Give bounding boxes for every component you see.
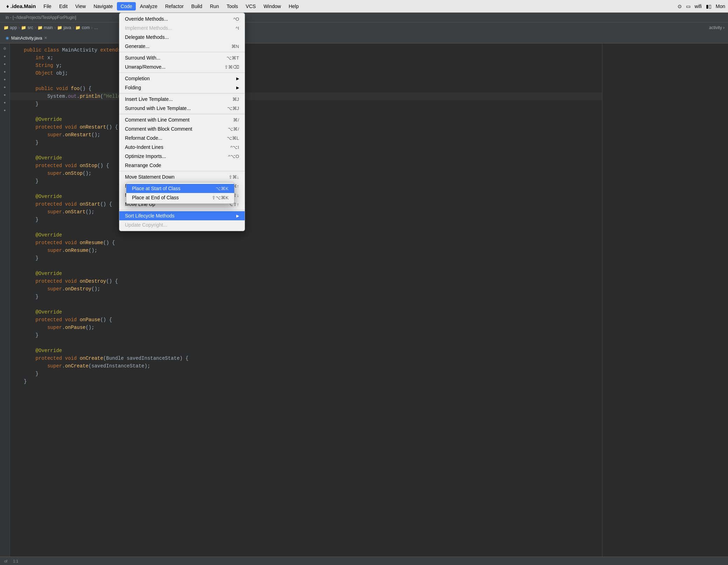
submenu-arrow-folding: ▶: [236, 85, 239, 90]
menu-item-rearrange-code[interactable]: Rearrange Code: [119, 161, 245, 170]
menu-item-surround-live-template[interactable]: Surround with Live Template... ⌥⌘J: [119, 104, 245, 113]
tab-mainactivity[interactable]: ◉ MainActivity.java ✕: [1, 34, 51, 43]
menu-item-move-statement-down[interactable]: Move Statement Down ⇧⌘↓: [119, 172, 245, 181]
status-icon-1: ⊙: [678, 4, 682, 9]
code-content: public class MainActivity extends Act in…: [10, 43, 602, 388]
code-line: String y;: [10, 62, 602, 69]
code-line: @Override: [10, 347, 602, 354]
menu-item-override-methods[interactable]: Override Methods... ^O: [119, 14, 245, 23]
menu-item-insert-live-template[interactable]: Insert Live Template... ⌘J: [119, 95, 245, 104]
code-line: }: [10, 177, 602, 185]
code-line: @Override: [10, 193, 602, 200]
menu-sep-5: [119, 171, 245, 171]
code-line: }: [10, 378, 602, 385]
code-line: super.onRestart();: [10, 131, 602, 139]
menubar-view[interactable]: View: [72, 2, 89, 11]
gutter-icon-3: ●: [1, 60, 8, 67]
sort-lifecycle-submenu: Place at Start of Class ⌥⌘K Place at End…: [126, 182, 234, 204]
code-line: [10, 301, 602, 308]
project-bar: in - [~/IdeaProjects/TestAppForPlugin]: [0, 13, 728, 22]
code-line: }: [10, 254, 602, 262]
breadcrumb-app[interactable]: 📁 app: [4, 25, 17, 30]
code-line: [10, 339, 602, 347]
menubar-build[interactable]: Build: [188, 2, 206, 11]
menu-item-folding[interactable]: Folding ▶: [119, 83, 245, 92]
menubar-navigate[interactable]: Navigate: [90, 2, 116, 11]
breadcrumb-java[interactable]: 📁 java: [57, 25, 71, 30]
project-path: in - [~/IdeaProjects/TestAppForPlugin]: [6, 15, 76, 20]
code-line: super.onStop();: [10, 170, 602, 177]
code-line: int x;: [10, 54, 602, 62]
menubar-window[interactable]: Window: [260, 2, 285, 11]
breadcrumb-main[interactable]: 📁 main: [37, 25, 53, 30]
menubar-right-area: ⊙ ▭ wifi ▮▯ Mon: [678, 4, 725, 9]
battery-icon: ▮▯: [706, 4, 712, 9]
menubar-analyze[interactable]: Analyze: [136, 2, 161, 11]
code-line: super.onPause();: [10, 324, 602, 331]
menubar-file[interactable]: File: [40, 2, 55, 11]
menubar-vcs[interactable]: VCS: [242, 2, 259, 11]
tab-close-button[interactable]: ✕: [44, 36, 47, 40]
status-bar: of 1:1: [0, 557, 728, 565]
gutter-icon-2: ●: [1, 53, 8, 60]
menubar-help[interactable]: Help: [285, 2, 302, 11]
code-line: [10, 185, 602, 193]
breadcrumb-activity: activity ›: [709, 25, 724, 30]
menu-sep-3: [119, 93, 245, 94]
menu-item-surround-with[interactable]: Surround With... ⌥⌘T: [119, 53, 245, 62]
code-line: [10, 77, 602, 85]
main-layout: ⚙ ● ● ● ● ● ● ● ● public class MainActiv…: [0, 43, 728, 565]
code-line: System.out.println("Hello Lif: [10, 92, 602, 100]
code-line: Object obj;: [10, 69, 602, 77]
menu-sep-1: [119, 52, 245, 52]
menu-item-auto-indent[interactable]: Auto-Indent Lines ^⌥I: [119, 143, 245, 152]
menubar-edit[interactable]: Edit: [56, 2, 71, 11]
menu-item-implement-methods: Implement Methods... ^I: [119, 23, 245, 33]
breadcrumb-src[interactable]: 📁 src: [21, 25, 33, 30]
menubar-code[interactable]: Code: [117, 2, 135, 11]
code-line: protected void onPause() {: [10, 316, 602, 324]
submenu-arrow-sort-lifecycle: ▶: [236, 214, 239, 218]
breadcrumb: 📁 app › 📁 src › 📁 main › 📁 java › 📁 com …: [0, 22, 728, 33]
code-line: @Override: [10, 116, 602, 123]
breadcrumb-more[interactable]: …: [94, 25, 98, 30]
menubar-run[interactable]: Run: [206, 2, 223, 11]
menu-item-reformat-code[interactable]: Reformat Code... ⌥⌘L: [119, 133, 245, 143]
code-editor[interactable]: public class MainActivity extends Act in…: [10, 43, 602, 565]
app-name: ♦ .idea.Main: [3, 3, 39, 9]
code-line: super.onResume();: [10, 247, 602, 254]
code-line: super.onStart();: [10, 208, 602, 216]
wifi-icon: wifi: [695, 4, 702, 9]
code-line: }: [10, 100, 602, 108]
menubar-tools[interactable]: Tools: [223, 2, 241, 11]
menu-sep-6: [119, 210, 245, 210]
menu-item-sort-lifecycle[interactable]: Sort Lifecycle Methods ▶: [119, 211, 245, 220]
code-line: protected void onRestart() {: [10, 123, 602, 131]
menu-item-completion[interactable]: Completion ▶: [119, 74, 245, 83]
menu-item-comment-line[interactable]: Comment with Line Comment ⌘/: [119, 115, 245, 124]
code-line: @Override: [10, 231, 602, 239]
status-line-col: 1:1: [13, 559, 18, 563]
code-line: public void foo() {: [10, 85, 602, 92]
menu-item-optimize-imports[interactable]: Optimize Imports... ^⌥O: [119, 152, 245, 161]
submenu-item-place-start[interactable]: Place at Start of Class ⌥⌘K: [126, 184, 234, 193]
code-line: }: [10, 331, 602, 339]
gutter-icon-8: ●: [1, 99, 8, 106]
code-line: [10, 223, 602, 231]
menubar-refactor[interactable]: Refactor: [162, 2, 187, 11]
menu-item-generate[interactable]: Generate... ⌘N: [119, 42, 245, 51]
menu-item-delegate-methods[interactable]: Delegate Methods...: [119, 33, 245, 42]
menu-item-unwrap-remove[interactable]: Unwrap/Remove... ⇧⌘⌫: [119, 62, 245, 71]
left-gutter: ⚙ ● ● ● ● ● ● ● ●: [0, 43, 10, 565]
breadcrumb-com[interactable]: 📁 com: [75, 25, 90, 30]
gutter-icon-6: ●: [1, 83, 8, 90]
submenu-item-place-end[interactable]: Place at End of Class ⇧⌥⌘K: [126, 193, 234, 202]
menu-item-update-copyright: Update Copyright...: [119, 220, 245, 229]
code-line: protected void onStart() {: [10, 200, 602, 208]
code-line: @Override: [10, 308, 602, 316]
code-line: @Override: [10, 154, 602, 162]
menu-item-comment-block[interactable]: Comment with Block Comment ⌥⌘/: [119, 124, 245, 133]
code-line: super.onDestroy();: [10, 285, 602, 293]
java-file-icon: ◉: [6, 36, 9, 40]
status-position: of: [4, 559, 7, 563]
